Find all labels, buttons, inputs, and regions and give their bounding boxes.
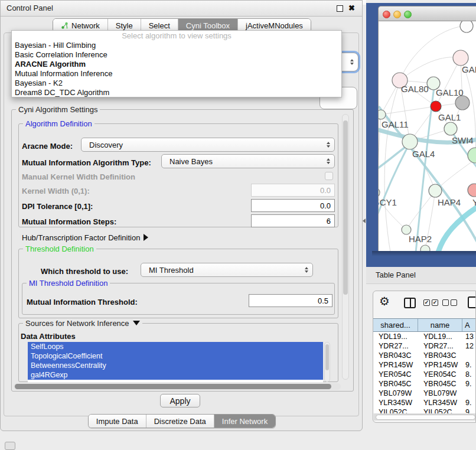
tab-label: Impute Data — [96, 417, 138, 426]
mi-threshold-field[interactable]: 0.5 — [249, 294, 332, 307]
zoom-traffic-light[interactable] — [404, 11, 412, 18]
expand-right-icon — [144, 234, 148, 241]
tab-infer-network[interactable]: Infer Network — [214, 415, 275, 428]
table-row[interactable]: YER054CYER054C8. — [373, 370, 476, 379]
algorithm-option[interactable]: Bayesian - K2 — [12, 79, 341, 88]
table-row[interactable]: YBR043CYBR043C — [373, 351, 476, 360]
table-cell: 12 — [462, 341, 476, 351]
network-node[interactable] — [379, 110, 386, 119]
manual-kernel-width-checkbox[interactable] — [325, 172, 333, 180]
attribute-list-item[interactable]: BetweennessCentrality — [28, 361, 323, 370]
network-node[interactable] — [431, 101, 441, 112]
table-row[interactable]: YDL19...YDL19...13 — [373, 332, 476, 341]
sources-toggle[interactable]: Sources for Network Inference — [23, 319, 142, 328]
kernel-width-value: 0.0 — [320, 186, 331, 195]
attribute-list-scrollbar[interactable] — [324, 342, 330, 382]
column-header[interactable]: A — [462, 319, 476, 331]
network-node-label: Y — [472, 197, 476, 207]
which-threshold-combo[interactable]: MI Threshold — [141, 263, 313, 277]
network-node[interactable] — [402, 225, 411, 234]
attribute-list-item[interactable]: gal4RGexp — [28, 370, 323, 380]
attribute-list-item[interactable]: TopologicalCoefficient — [28, 351, 323, 361]
apply-button[interactable]: Apply — [160, 394, 200, 407]
network-canvas[interactable]: GALGAL80GAL10GAL1GAL11SWI4GAL4GCY1HAP4YH… — [378, 21, 476, 251]
table-row[interactable]: YBR045CYBR045C9. — [373, 379, 476, 389]
network-node[interactable] — [444, 122, 457, 135]
network-node[interactable] — [429, 184, 442, 197]
minimize-traffic-light[interactable] — [393, 11, 401, 18]
table-cell — [462, 389, 476, 398]
network-node[interactable] — [468, 148, 476, 163]
settings-horizontal-scrollbar[interactable] — [14, 383, 341, 390]
data-attributes-label: Data Attributes — [21, 332, 76, 341]
algorithm-option[interactable]: Dream8 DC_TDC Algorithm — [12, 88, 341, 97]
attribute-list-item[interactable]: SelfLoops — [28, 342, 323, 351]
mi-algorithm-type-value: Naive Bayes — [169, 157, 213, 166]
table-cell: YLR345W — [373, 398, 418, 407]
table-cell: YDR27... — [373, 341, 418, 351]
network-graph: GALGAL80GAL10GAL1GAL11SWI4GAL4GCY1HAP4YH… — [379, 21, 476, 251]
algorithm-option[interactable]: Basic Correlation Inference — [12, 50, 341, 60]
stepper-arrows-icon — [350, 59, 354, 65]
network-node[interactable] — [379, 187, 380, 198]
mi-threshold-value: 0.5 — [318, 296, 328, 305]
network-node[interactable] — [420, 245, 430, 251]
column-header[interactable]: shared... — [373, 319, 418, 331]
checked-checkbox-icon[interactable]: ✓ — [432, 299, 438, 306]
algorithm-option[interactable]: Mutual Information Inference — [12, 69, 341, 79]
tab-impute-data[interactable]: Impute Data — [89, 415, 146, 428]
table-cell: YDL19... — [418, 332, 462, 341]
algorithm-option[interactable]: Bayesian - Hill Climbing — [12, 41, 341, 50]
table-row[interactable]: YIL052CYIL052C9 — [373, 407, 476, 413]
network-node-label: SWI4 — [452, 135, 474, 145]
dpi-tolerance-field[interactable]: 0.0 — [251, 199, 335, 212]
unchecked-checkbox-icon[interactable] — [442, 299, 449, 306]
network-node[interactable] — [460, 21, 473, 32]
settings-vertical-scrollbar[interactable] — [342, 114, 349, 380]
checked-checkbox-icon[interactable]: ✓ — [423, 299, 430, 306]
table-row[interactable]: YDR27...YDR27...12 — [373, 341, 476, 351]
unchecked-checkbox-icon[interactable] — [451, 299, 457, 306]
network-window-titlebar[interactable] — [378, 6, 476, 21]
stepper-arrows-icon — [327, 142, 330, 148]
network-node[interactable] — [455, 96, 470, 110]
kernel-width-field[interactable]: 0.0 — [251, 184, 335, 197]
network-node[interactable] — [453, 50, 468, 66]
mi-algorithm-type-label: Mutual Information Algorithm Type: — [22, 158, 151, 167]
manual-kernel-width-label: Manual Kernel Width Definition — [22, 172, 135, 181]
tab-label: Cyni Toolbox — [186, 21, 230, 30]
close-icon[interactable]: ✖ — [348, 4, 355, 13]
collapsed-panel-button[interactable] — [5, 442, 15, 450]
tab-discretize-data[interactable]: Discretize Data — [146, 415, 214, 428]
aracne-mode-combo[interactable]: Discovery — [81, 138, 335, 152]
hub-definition-toggle[interactable]: Hub/Transcription Factor Definition — [22, 233, 148, 242]
network-node-label: GAL — [462, 64, 476, 74]
table-cell: YPR145W — [418, 360, 462, 370]
network-node[interactable] — [402, 134, 418, 149]
mi-threshold-definition-title: MI Threshold Definition — [27, 279, 110, 288]
network-node[interactable] — [468, 184, 476, 197]
table-row[interactable]: YBL079WYBL079W — [373, 389, 476, 398]
column-header[interactable]: name — [418, 319, 462, 331]
table-cell: 9. — [462, 360, 476, 370]
mi-algorithm-type-combo[interactable]: Naive Bayes — [161, 154, 335, 168]
table-row[interactable]: YLR345WYLR345W9. — [373, 398, 476, 407]
network-edge — [400, 57, 461, 80]
split-columns-icon[interactable] — [404, 298, 416, 308]
data-attributes-list[interactable]: SelfLoopsTopologicalCoefficientBetweenne… — [28, 342, 323, 382]
table-horizontal-scrollbar[interactable] — [374, 413, 476, 420]
control-panel-titlebar: Control Panel ✖ — [1, 1, 362, 17]
float-window-icon[interactable] — [337, 5, 343, 12]
mi-steps-field[interactable]: 6 — [251, 214, 335, 227]
table-cell: YPR145W — [373, 360, 418, 370]
panel-splitter-arrow-icon[interactable] — [363, 219, 366, 223]
algorithm-option[interactable]: ARACNE Algorithm — [12, 60, 341, 69]
table-row[interactable]: YPR145WYPR145W9. — [373, 360, 476, 370]
mi-steps-value: 6 — [327, 217, 331, 226]
tab-label: jActiveMNodules — [246, 21, 303, 30]
close-traffic-light[interactable] — [383, 11, 390, 18]
table-document-icon[interactable] — [468, 296, 476, 308]
network-node-label: GCY1 — [379, 197, 397, 207]
gear-icon[interactable]: ⚙ — [379, 294, 390, 308]
dpi-tolerance-value: 0.0 — [320, 201, 331, 210]
